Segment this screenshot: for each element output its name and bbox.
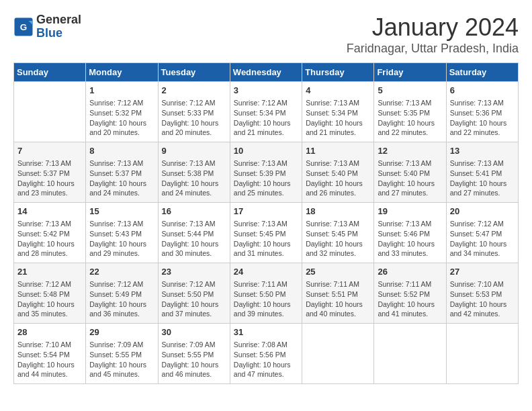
calendar-week-row: 14Sunrise: 7:13 AM Sunset: 5:42 PM Dayli…: [14, 203, 519, 263]
calendar-cell: 5Sunrise: 7:13 AM Sunset: 5:35 PM Daylig…: [374, 82, 446, 142]
day-number: 21: [17, 266, 82, 278]
day-number: 23: [162, 266, 226, 278]
calendar-cell: 12Sunrise: 7:13 AM Sunset: 5:40 PM Dayli…: [374, 142, 446, 203]
cell-content: Sunrise: 7:12 AM Sunset: 5:49 PM Dayligh…: [89, 279, 154, 319]
cell-content: Sunrise: 7:13 AM Sunset: 5:35 PM Dayligh…: [378, 98, 442, 138]
day-number: 8: [89, 145, 154, 157]
header-day: Monday: [86, 63, 158, 82]
calendar-cell: 1Sunrise: 7:12 AM Sunset: 5:32 PM Daylig…: [86, 82, 158, 142]
page-header: G General Blue January 2024 Faridnagar, …: [13, 13, 519, 56]
cell-content: Sunrise: 7:08 AM Sunset: 5:56 PM Dayligh…: [234, 340, 298, 379]
calendar-cell: 27Sunrise: 7:10 AM Sunset: 5:53 PM Dayli…: [446, 263, 518, 324]
calendar-cell: 22Sunrise: 7:12 AM Sunset: 5:49 PM Dayli…: [86, 263, 158, 324]
day-number: 17: [234, 205, 298, 218]
calendar-cell: 24Sunrise: 7:11 AM Sunset: 5:50 PM Dayli…: [230, 263, 302, 324]
calendar-title: January 2024: [347, 13, 519, 42]
day-number: 14: [17, 205, 82, 218]
calendar-cell: 7Sunrise: 7:13 AM Sunset: 5:37 PM Daylig…: [14, 142, 86, 203]
day-number: 30: [162, 326, 226, 338]
day-number: 15: [89, 205, 154, 218]
day-number: 31: [234, 326, 298, 338]
calendar-cell: 18Sunrise: 7:13 AM Sunset: 5:45 PM Dayli…: [302, 203, 374, 263]
calendar-cell: 31Sunrise: 7:08 AM Sunset: 5:56 PM Dayli…: [230, 324, 302, 384]
cell-content: Sunrise: 7:13 AM Sunset: 5:36 PM Dayligh…: [450, 98, 515, 138]
day-number: 18: [306, 205, 370, 218]
calendar-cell: [374, 324, 446, 384]
cell-content: Sunrise: 7:13 AM Sunset: 5:45 PM Dayligh…: [306, 219, 370, 259]
day-number: 6: [450, 85, 515, 97]
cell-content: Sunrise: 7:13 AM Sunset: 5:43 PM Dayligh…: [89, 219, 154, 259]
day-number: 13: [450, 145, 515, 157]
calendar-cell: 17Sunrise: 7:13 AM Sunset: 5:45 PM Dayli…: [230, 203, 302, 263]
calendar-cell: 28Sunrise: 7:10 AM Sunset: 5:54 PM Dayli…: [14, 324, 86, 384]
calendar-cell: 25Sunrise: 7:11 AM Sunset: 5:51 PM Dayli…: [302, 263, 374, 324]
cell-content: Sunrise: 7:12 AM Sunset: 5:47 PM Dayligh…: [450, 219, 515, 259]
header-day: Friday: [374, 63, 446, 82]
cell-content: Sunrise: 7:12 AM Sunset: 5:48 PM Dayligh…: [17, 279, 82, 319]
calendar-cell: 8Sunrise: 7:13 AM Sunset: 5:37 PM Daylig…: [86, 142, 158, 203]
cell-content: Sunrise: 7:13 AM Sunset: 5:40 PM Dayligh…: [306, 158, 370, 198]
cell-content: Sunrise: 7:12 AM Sunset: 5:33 PM Dayligh…: [162, 98, 226, 138]
cell-content: Sunrise: 7:13 AM Sunset: 5:44 PM Dayligh…: [162, 219, 226, 259]
cell-content: Sunrise: 7:11 AM Sunset: 5:51 PM Dayligh…: [306, 279, 370, 319]
calendar-cell: [14, 82, 86, 142]
cell-content: Sunrise: 7:13 AM Sunset: 5:37 PM Dayligh…: [89, 158, 154, 198]
calendar-cell: 16Sunrise: 7:13 AM Sunset: 5:44 PM Dayli…: [158, 203, 230, 263]
logo-icon: G: [13, 17, 34, 37]
cell-content: Sunrise: 7:09 AM Sunset: 5:55 PM Dayligh…: [162, 340, 226, 379]
calendar-week-row: 7Sunrise: 7:13 AM Sunset: 5:37 PM Daylig…: [14, 142, 519, 203]
day-number: 22: [89, 266, 154, 278]
calendar-cell: 29Sunrise: 7:09 AM Sunset: 5:55 PM Dayli…: [86, 324, 158, 384]
cell-content: Sunrise: 7:11 AM Sunset: 5:52 PM Dayligh…: [378, 279, 442, 319]
day-number: 7: [17, 145, 82, 157]
header-day: Thursday: [302, 63, 374, 82]
cell-content: Sunrise: 7:13 AM Sunset: 5:41 PM Dayligh…: [450, 158, 515, 198]
header-day: Wednesday: [230, 63, 302, 82]
cell-content: Sunrise: 7:13 AM Sunset: 5:46 PM Dayligh…: [378, 219, 442, 259]
calendar-cell: 21Sunrise: 7:12 AM Sunset: 5:48 PM Dayli…: [14, 263, 86, 324]
day-number: 10: [234, 145, 298, 157]
cell-content: Sunrise: 7:09 AM Sunset: 5:55 PM Dayligh…: [89, 340, 154, 379]
logo-blue: Blue: [36, 27, 81, 40]
day-number: 1: [89, 85, 154, 97]
day-number: 29: [89, 326, 154, 338]
cell-content: Sunrise: 7:10 AM Sunset: 5:54 PM Dayligh…: [17, 340, 82, 379]
day-number: 9: [162, 145, 226, 157]
calendar-cell: 23Sunrise: 7:12 AM Sunset: 5:50 PM Dayli…: [158, 263, 230, 324]
calendar-cell: 15Sunrise: 7:13 AM Sunset: 5:43 PM Dayli…: [86, 203, 158, 263]
cell-content: Sunrise: 7:11 AM Sunset: 5:50 PM Dayligh…: [234, 279, 298, 319]
day-number: 19: [378, 205, 442, 218]
day-number: 24: [234, 266, 298, 278]
cell-content: Sunrise: 7:13 AM Sunset: 5:40 PM Dayligh…: [378, 158, 442, 198]
svg-text:G: G: [20, 21, 28, 32]
calendar-cell: 20Sunrise: 7:12 AM Sunset: 5:47 PM Dayli…: [446, 203, 518, 263]
calendar-cell: 9Sunrise: 7:13 AM Sunset: 5:38 PM Daylig…: [158, 142, 230, 203]
calendar-cell: 3Sunrise: 7:12 AM Sunset: 5:34 PM Daylig…: [230, 82, 302, 142]
header-day: Saturday: [446, 63, 518, 82]
calendar-week-row: 28Sunrise: 7:10 AM Sunset: 5:54 PM Dayli…: [14, 324, 519, 384]
day-number: 26: [378, 266, 442, 278]
logo-general: General: [36, 13, 81, 27]
cell-content: Sunrise: 7:13 AM Sunset: 5:45 PM Dayligh…: [234, 219, 298, 259]
calendar-cell: 13Sunrise: 7:13 AM Sunset: 5:41 PM Dayli…: [446, 142, 518, 203]
day-number: 16: [162, 205, 226, 218]
title-section: January 2024 Faridnagar, Uttar Pradesh, …: [347, 13, 519, 56]
cell-content: Sunrise: 7:12 AM Sunset: 5:34 PM Dayligh…: [234, 98, 298, 138]
header-day: Tuesday: [158, 63, 230, 82]
day-number: 27: [450, 266, 515, 278]
day-number: 5: [378, 85, 442, 97]
calendar-table: SundayMondayTuesdayWednesdayThursdayFrid…: [13, 62, 519, 384]
cell-content: Sunrise: 7:13 AM Sunset: 5:42 PM Dayligh…: [17, 219, 82, 259]
calendar-cell: 14Sunrise: 7:13 AM Sunset: 5:42 PM Dayli…: [14, 203, 86, 263]
day-number: 11: [306, 145, 370, 157]
day-number: 4: [306, 85, 370, 97]
calendar-week-row: 21Sunrise: 7:12 AM Sunset: 5:48 PM Dayli…: [14, 263, 519, 324]
calendar-week-row: 1Sunrise: 7:12 AM Sunset: 5:32 PM Daylig…: [14, 82, 519, 142]
day-number: 28: [17, 326, 82, 338]
header-day: Sunday: [14, 63, 86, 82]
cell-content: Sunrise: 7:13 AM Sunset: 5:38 PM Dayligh…: [162, 158, 226, 198]
calendar-cell: 19Sunrise: 7:13 AM Sunset: 5:46 PM Dayli…: [374, 203, 446, 263]
cell-content: Sunrise: 7:10 AM Sunset: 5:53 PM Dayligh…: [450, 279, 515, 319]
calendar-subtitle: Faridnagar, Uttar Pradesh, India: [347, 42, 519, 56]
cell-content: Sunrise: 7:12 AM Sunset: 5:50 PM Dayligh…: [162, 279, 226, 319]
